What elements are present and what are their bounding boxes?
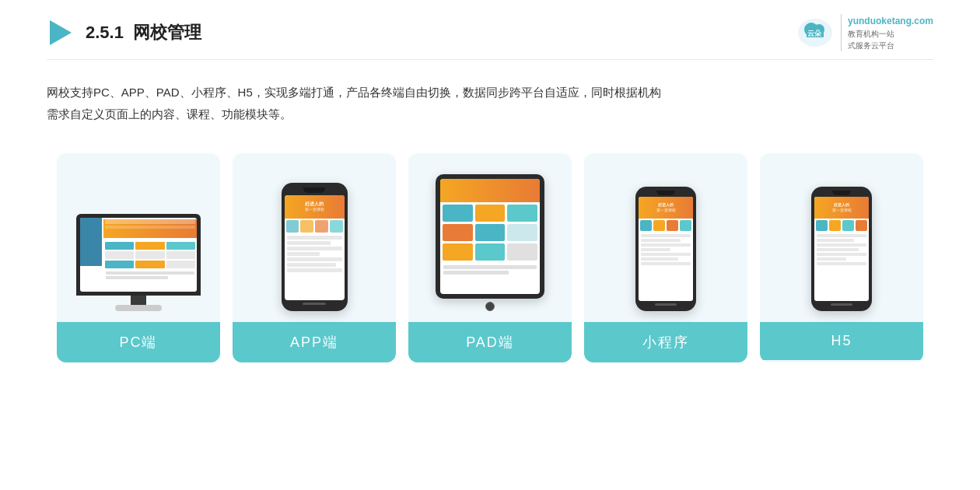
- svg-text:云朵: 云朵: [807, 30, 822, 37]
- card-label-pad: PAD端: [408, 322, 572, 362]
- desc-line2: 需求自定义页面上的内容、课程、功能模块等。: [47, 103, 933, 125]
- pc-monitor: [76, 214, 201, 311]
- card-pc: PC端: [57, 153, 220, 362]
- header: 2.5.1 网校管理 云朵 yunduoketan: [47, 0, 933, 60]
- page-wrapper: 2.5.1 网校管理 云朵 yunduoketan: [0, 0, 980, 490]
- section-number: 2.5.1: [86, 23, 124, 42]
- card-pad: PAD端: [408, 153, 572, 362]
- tablet-pad: [436, 174, 544, 311]
- device-h5: 赶进人的 第一堂课程: [771, 167, 912, 311]
- device-mini: 赶进人的 第一堂课程: [595, 167, 737, 311]
- card-label-app: APP端: [233, 322, 396, 362]
- card-h5: 赶进人的 第一堂课程: [760, 153, 923, 362]
- logo-cloud-icon: 云朵: [796, 16, 835, 50]
- svg-marker-0: [50, 20, 72, 45]
- logo-url: yunduoketang.com: [848, 14, 933, 28]
- card-mini: 赶进人的 第一堂课程: [584, 153, 747, 362]
- card-app: 赶进人的 第一堂课程: [233, 153, 396, 362]
- title-text: 网校管理: [133, 23, 201, 42]
- header-left: 2.5.1 网校管理: [47, 19, 201, 47]
- desc-line1: 网校支持PC、APP、PAD、小程序、H5，实现多端打通，产品各终端自由切换，数…: [47, 82, 933, 103]
- card-label-mini: 小程序: [584, 322, 747, 362]
- cards-section: PC端 赶进人的 第一堂课程: [47, 153, 933, 362]
- logo-tagline: 教育机构一站 式服务云平台: [848, 28, 933, 51]
- play-icon: [47, 19, 75, 47]
- phone-mini: 赶进人的 第一堂课程: [635, 187, 696, 311]
- page-title: 2.5.1 网校管理: [86, 21, 201, 44]
- device-pad: [419, 167, 561, 311]
- card-label-h5: H5: [760, 322, 923, 360]
- description: 网校支持PC、APP、PAD、小程序、H5，实现多端打通，产品各终端自由切换，数…: [47, 82, 933, 125]
- device-app: 赶进人的 第一堂课程: [243, 167, 385, 311]
- logo-text: yunduoketang.com 教育机构一站 式服务云平台: [841, 14, 933, 51]
- phone-h5: 赶进人的 第一堂课程: [811, 187, 872, 311]
- device-pc: [68, 167, 209, 311]
- card-label-pc: PC端: [57, 322, 220, 362]
- phone-app: 赶进人的 第一堂课程: [282, 183, 348, 311]
- logo-area: 云朵 yunduoketang.com 教育机构一站 式服务云平台: [796, 14, 933, 51]
- logo-svg: 云朵: [796, 16, 835, 50]
